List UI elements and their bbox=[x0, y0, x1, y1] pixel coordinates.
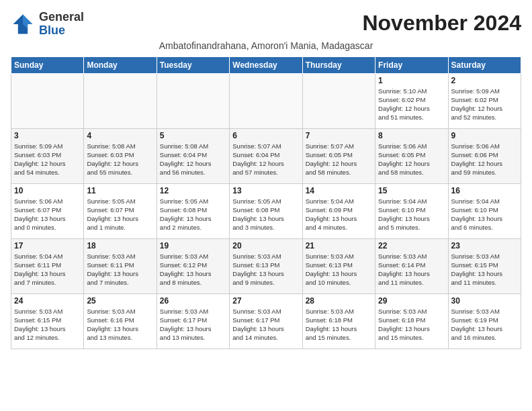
day-info: Sunrise: 5:05 AM Sunset: 6:08 PM Dayligh… bbox=[160, 197, 226, 232]
day-info: Sunrise: 5:07 AM Sunset: 6:05 PM Dayligh… bbox=[306, 142, 372, 177]
weekday-header-wednesday: Wednesday bbox=[230, 56, 302, 73]
day-info: Sunrise: 5:06 AM Sunset: 6:06 PM Dayligh… bbox=[451, 142, 518, 177]
day-number: 1 bbox=[378, 76, 445, 85]
weekday-header-saturday: Saturday bbox=[448, 56, 521, 73]
calendar-cell bbox=[230, 73, 302, 128]
day-number: 24 bbox=[14, 296, 81, 306]
day-number: 22 bbox=[378, 241, 445, 250]
day-info: Sunrise: 5:03 AM Sunset: 6:11 PM Dayligh… bbox=[87, 252, 153, 287]
calendar-cell: 10Sunrise: 5:06 AM Sunset: 6:07 PM Dayli… bbox=[11, 183, 84, 238]
day-info: Sunrise: 5:03 AM Sunset: 6:13 PM Dayligh… bbox=[306, 252, 372, 287]
day-info: Sunrise: 5:03 AM Sunset: 6:18 PM Dayligh… bbox=[378, 307, 445, 342]
day-number: 15 bbox=[378, 186, 445, 195]
calendar-week-4: 17Sunrise: 5:04 AM Sunset: 6:11 PM Dayli… bbox=[11, 238, 521, 293]
day-number: 3 bbox=[14, 131, 81, 140]
day-info: Sunrise: 5:03 AM Sunset: 6:17 PM Dayligh… bbox=[232, 307, 299, 342]
weekday-header-tuesday: Tuesday bbox=[157, 56, 229, 73]
day-number: 29 bbox=[378, 296, 445, 306]
logo-text: General Blue bbox=[39, 11, 84, 38]
day-info: Sunrise: 5:05 AM Sunset: 6:08 PM Dayligh… bbox=[232, 197, 299, 232]
calendar-cell: 4Sunrise: 5:08 AM Sunset: 6:03 PM Daylig… bbox=[84, 128, 157, 183]
calendar-cell: 19Sunrise: 5:03 AM Sunset: 6:12 PM Dayli… bbox=[157, 238, 229, 293]
day-number: 28 bbox=[306, 296, 372, 306]
calendar-week-3: 10Sunrise: 5:06 AM Sunset: 6:07 PM Dayli… bbox=[11, 183, 521, 238]
title-block: November 2024 bbox=[362, 11, 521, 36]
day-info: Sunrise: 5:04 AM Sunset: 6:11 PM Dayligh… bbox=[14, 252, 81, 287]
calendar-cell bbox=[84, 73, 157, 128]
calendar-cell: 3Sunrise: 5:09 AM Sunset: 6:03 PM Daylig… bbox=[11, 128, 84, 183]
weekday-header-row: SundayMondayTuesdayWednesdayThursdayFrid… bbox=[11, 56, 521, 73]
day-info: Sunrise: 5:04 AM Sunset: 6:09 PM Dayligh… bbox=[306, 197, 372, 232]
day-info: Sunrise: 5:07 AM Sunset: 6:04 PM Dayligh… bbox=[232, 142, 299, 177]
day-number: 21 bbox=[306, 241, 372, 250]
day-number: 10 bbox=[14, 186, 81, 195]
weekday-header-thursday: Thursday bbox=[302, 56, 375, 73]
calendar-cell: 25Sunrise: 5:03 AM Sunset: 6:16 PM Dayli… bbox=[84, 293, 157, 349]
calendar-week-5: 24Sunrise: 5:03 AM Sunset: 6:15 PM Dayli… bbox=[11, 293, 521, 349]
day-number: 17 bbox=[14, 241, 81, 250]
day-number: 14 bbox=[306, 186, 372, 195]
day-number: 19 bbox=[160, 241, 226, 250]
calendar-cell: 1Sunrise: 5:10 AM Sunset: 6:02 PM Daylig… bbox=[375, 73, 448, 128]
calendar-table: SundayMondayTuesdayWednesdayThursdayFrid… bbox=[11, 56, 521, 349]
calendar-week-2: 3Sunrise: 5:09 AM Sunset: 6:03 PM Daylig… bbox=[11, 128, 521, 183]
calendar-cell: 16Sunrise: 5:04 AM Sunset: 6:10 PM Dayli… bbox=[448, 183, 521, 238]
day-info: Sunrise: 5:03 AM Sunset: 6:13 PM Dayligh… bbox=[232, 252, 299, 287]
day-number: 13 bbox=[232, 186, 299, 195]
day-info: Sunrise: 5:04 AM Sunset: 6:10 PM Dayligh… bbox=[378, 197, 445, 232]
calendar-cell: 23Sunrise: 5:03 AM Sunset: 6:15 PM Dayli… bbox=[448, 238, 521, 293]
day-number: 27 bbox=[232, 296, 299, 306]
calendar-cell: 15Sunrise: 5:04 AM Sunset: 6:10 PM Dayli… bbox=[375, 183, 448, 238]
day-info: Sunrise: 5:10 AM Sunset: 6:02 PM Dayligh… bbox=[378, 87, 445, 122]
calendar-cell bbox=[157, 73, 229, 128]
day-info: Sunrise: 5:03 AM Sunset: 6:19 PM Dayligh… bbox=[451, 307, 518, 342]
calendar-cell: 5Sunrise: 5:08 AM Sunset: 6:04 PM Daylig… bbox=[157, 128, 229, 183]
calendar-cell: 2Sunrise: 5:09 AM Sunset: 6:02 PM Daylig… bbox=[448, 73, 521, 128]
calendar-cell: 17Sunrise: 5:04 AM Sunset: 6:11 PM Dayli… bbox=[11, 238, 84, 293]
calendar-cell: 7Sunrise: 5:07 AM Sunset: 6:05 PM Daylig… bbox=[302, 128, 375, 183]
day-info: Sunrise: 5:09 AM Sunset: 6:03 PM Dayligh… bbox=[14, 142, 81, 177]
calendar-cell: 6Sunrise: 5:07 AM Sunset: 6:04 PM Daylig… bbox=[230, 128, 302, 183]
calendar-cell: 26Sunrise: 5:03 AM Sunset: 6:17 PM Dayli… bbox=[157, 293, 229, 349]
day-number: 23 bbox=[451, 241, 518, 250]
day-info: Sunrise: 5:03 AM Sunset: 6:14 PM Dayligh… bbox=[378, 252, 445, 287]
day-number: 6 bbox=[232, 131, 299, 140]
day-number: 20 bbox=[232, 241, 299, 250]
weekday-header-friday: Friday bbox=[375, 56, 448, 73]
logo-icon bbox=[11, 12, 35, 36]
day-info: Sunrise: 5:08 AM Sunset: 6:03 PM Dayligh… bbox=[87, 142, 153, 177]
weekday-header-monday: Monday bbox=[84, 56, 157, 73]
calendar-cell: 22Sunrise: 5:03 AM Sunset: 6:14 PM Dayli… bbox=[375, 238, 448, 293]
day-info: Sunrise: 5:04 AM Sunset: 6:10 PM Dayligh… bbox=[451, 197, 518, 232]
day-info: Sunrise: 5:03 AM Sunset: 6:18 PM Dayligh… bbox=[306, 307, 372, 342]
calendar-cell: 27Sunrise: 5:03 AM Sunset: 6:17 PM Dayli… bbox=[230, 293, 302, 349]
calendar-cell bbox=[11, 73, 84, 128]
day-number: 2 bbox=[451, 76, 518, 85]
calendar-cell: 24Sunrise: 5:03 AM Sunset: 6:15 PM Dayli… bbox=[11, 293, 84, 349]
day-info: Sunrise: 5:03 AM Sunset: 6:16 PM Dayligh… bbox=[87, 307, 153, 342]
calendar-cell: 20Sunrise: 5:03 AM Sunset: 6:13 PM Dayli… bbox=[230, 238, 302, 293]
calendar-cell: 9Sunrise: 5:06 AM Sunset: 6:06 PM Daylig… bbox=[448, 128, 521, 183]
day-number: 11 bbox=[87, 186, 153, 195]
page-subtitle: Ambatofinandrahana, Amoron'i Mania, Mada… bbox=[11, 40, 521, 51]
day-number: 18 bbox=[87, 241, 153, 250]
calendar-week-1: 1Sunrise: 5:10 AM Sunset: 6:02 PM Daylig… bbox=[11, 73, 521, 128]
calendar-cell: 13Sunrise: 5:05 AM Sunset: 6:08 PM Dayli… bbox=[230, 183, 302, 238]
day-info: Sunrise: 5:05 AM Sunset: 6:07 PM Dayligh… bbox=[87, 197, 153, 232]
calendar-cell: 29Sunrise: 5:03 AM Sunset: 6:18 PM Dayli… bbox=[375, 293, 448, 349]
month-title: November 2024 bbox=[362, 11, 521, 36]
day-number: 5 bbox=[160, 131, 226, 140]
calendar-cell: 28Sunrise: 5:03 AM Sunset: 6:18 PM Dayli… bbox=[302, 293, 375, 349]
day-info: Sunrise: 5:08 AM Sunset: 6:04 PM Dayligh… bbox=[160, 142, 226, 177]
day-info: Sunrise: 5:03 AM Sunset: 6:12 PM Dayligh… bbox=[160, 252, 226, 287]
calendar-cell: 14Sunrise: 5:04 AM Sunset: 6:09 PM Dayli… bbox=[302, 183, 375, 238]
weekday-header-sunday: Sunday bbox=[11, 56, 84, 73]
day-number: 7 bbox=[306, 131, 372, 140]
page-header: General Blue November 2024 bbox=[11, 11, 521, 38]
day-info: Sunrise: 5:06 AM Sunset: 6:07 PM Dayligh… bbox=[14, 197, 81, 232]
day-number: 25 bbox=[87, 296, 153, 306]
calendar-cell: 18Sunrise: 5:03 AM Sunset: 6:11 PM Dayli… bbox=[84, 238, 157, 293]
day-number: 16 bbox=[451, 186, 518, 195]
calendar-cell: 12Sunrise: 5:05 AM Sunset: 6:08 PM Dayli… bbox=[157, 183, 229, 238]
calendar-cell bbox=[302, 73, 375, 128]
